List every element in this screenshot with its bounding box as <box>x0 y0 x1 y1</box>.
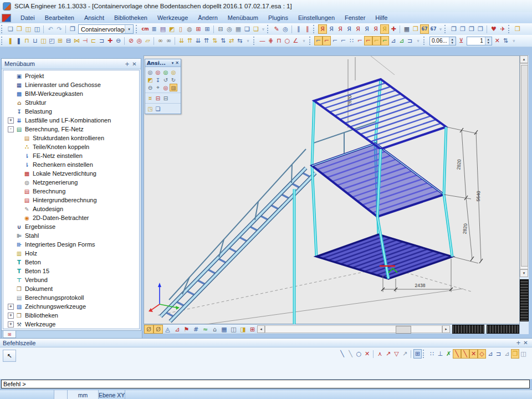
table-view-icon[interactable]: ⊞ <box>248 325 257 334</box>
scroll-up-icon[interactable]: ▴ <box>520 55 528 63</box>
zoom-document-icon[interactable]: ◎ <box>281 24 290 34</box>
menu-item[interactable]: Fenster <box>340 13 370 22</box>
grid-view-icon[interactable]: # <box>191 325 201 334</box>
menu-tree-tab[interactable]: ⊞ <box>3 331 16 338</box>
menu-item[interactable]: Bibliotheken <box>109 13 152 22</box>
toolbar-overflow-icon[interactable]: ▿ <box>300 36 308 45</box>
tree-item[interactable]: ∪Ergebnisse <box>3 222 139 231</box>
model-tool-icon[interactable]: ✚ <box>106 36 114 45</box>
snap-angle-icon[interactable]: ⊿ <box>486 349 494 359</box>
model-tool-icon[interactable]: ❚ <box>14 36 23 45</box>
snap-line-icon[interactable]: ╲ <box>453 349 461 359</box>
tree-item[interactable]: ▤Berechnungsprotokoll <box>3 293 139 302</box>
model-tool-icon[interactable]: ⊖ <box>114 36 122 45</box>
view-palette-header[interactable]: Ansi... ▾ ✕ <box>145 59 181 67</box>
menu-item[interactable]: Werkzeuge <box>152 13 193 22</box>
tree-expander[interactable]: + <box>8 313 14 319</box>
copy-move-icon[interactable]: ⇅ <box>219 36 227 45</box>
tree-item[interactable]: ⌂Struktur <box>3 98 139 107</box>
filter-icon[interactable]: ∞ <box>165 36 173 45</box>
tree-item[interactable]: ▣Projekt <box>3 71 139 80</box>
panel-view-icon[interactable]: ◫ <box>229 325 238 334</box>
rotate-scroll-control[interactable] <box>487 325 519 334</box>
tree-expander[interactable]: - <box>8 126 14 132</box>
model-tool-icon[interactable]: ⊔ <box>31 36 39 45</box>
render-mode-icon[interactable]: ◬ <box>163 325 172 334</box>
status-cell[interactable] <box>54 390 68 399</box>
select-icon[interactable]: ⊘ <box>127 36 135 45</box>
status-cell[interactable] <box>0 390 54 399</box>
scroll-down-icon[interactable]: ▾ <box>520 269 528 277</box>
snap-mode-icon[interactable]: ⌐ <box>323 36 331 45</box>
status-cell[interactable]: Ebene XY <box>99 390 125 399</box>
light-icon[interactable]: ¤ <box>146 94 154 102</box>
folder-icon[interactable]: ❒ <box>411 24 420 34</box>
tree-expander[interactable]: + <box>8 117 14 124</box>
snap-mode-icon[interactable]: ∷ <box>347 36 356 45</box>
model-tool-icon[interactable]: ◰ <box>48 36 56 45</box>
snap-mode-icon[interactable]: ⌐ <box>364 36 372 45</box>
member-recognition-icon[interactable]: Я <box>362 24 371 34</box>
chevron-down-icon[interactable]: ▾ <box>172 61 174 65</box>
model-tool-icon[interactable]: ⊣ <box>81 36 89 45</box>
tree-item[interactable]: ▩BIM-Werkzeugkasten <box>3 89 139 98</box>
tree-item[interactable]: +▨Zeichnungswerkzeuge <box>3 302 139 311</box>
tree-item[interactable]: +⚒Werkzeuge <box>3 320 139 329</box>
copy-move-icon[interactable]: ⇄ <box>227 36 236 45</box>
redline-icon[interactable]: ✎ <box>272 24 281 34</box>
tree-item[interactable]: ⇂FE-Netz einstellen <box>3 151 139 160</box>
scroll-left-icon[interactable]: ◂ <box>257 325 265 333</box>
tree-item[interactable]: ✎Autodesign <box>3 204 139 213</box>
cascade-window-icon[interactable]: ❐ <box>476 24 485 34</box>
menu-item[interactable]: Einstellungen <box>293 13 340 22</box>
print-view-icon[interactable]: ⊟ <box>162 94 170 102</box>
status-cell[interactable]: mm <box>68 390 99 399</box>
project-window-icon[interactable]: ❐ <box>68 24 77 34</box>
snap-mode-icon[interactable]: ⌐ <box>339 36 347 45</box>
snap-mode-icon[interactable]: ⌐ <box>372 36 381 45</box>
tree-item[interactable]: ▥Holz <box>3 249 139 258</box>
renumber-icon[interactable]: ⇅ <box>502 36 510 45</box>
close-icon[interactable]: ✕ <box>175 60 179 65</box>
scroll-right-icon[interactable]: ▸ <box>442 325 450 333</box>
toolbar-overflow-icon[interactable]: ▿ <box>510 36 518 45</box>
cascade-window-icon[interactable]: ❐ <box>449 24 458 34</box>
new-icon[interactable]: ❏ <box>6 24 15 34</box>
tree-item[interactable]: TBeton <box>3 258 139 267</box>
tree-item[interactable]: ▤Berechnung <box>3 187 139 196</box>
horizontal-scrollbar[interactable] <box>265 325 442 333</box>
perspective-icon[interactable]: Ø <box>144 325 154 334</box>
menu-item[interactable]: Datei <box>16 13 40 22</box>
tree-item[interactable]: ▤Strukturdaten kontrollieren <box>3 134 139 142</box>
snap-edge-icon[interactable]: ⊐ <box>494 349 503 359</box>
close-icon[interactable]: ✕ <box>131 61 138 67</box>
member-recognition-icon[interactable]: Я <box>345 24 354 34</box>
grid-icon[interactable]: ▦ <box>402 24 411 34</box>
member-recognition-icon[interactable]: Я <box>371 24 380 34</box>
image-export-icon[interactable]: ❏ <box>154 105 162 112</box>
open-icon[interactable]: ❒ <box>15 24 24 34</box>
copy-move-icon[interactable]: ⇈ <box>202 36 211 45</box>
copy-move-icon[interactable]: ⇆ <box>236 36 244 45</box>
member-recognition-icon[interactable]: Я <box>327 24 336 34</box>
cascade-window-icon[interactable]: ❐ <box>467 24 476 34</box>
snap-mode-icon[interactable]: ⊐ <box>406 36 414 45</box>
render-icon[interactable]: ◩ <box>146 76 154 84</box>
snap-grid-icon[interactable]: ∷ <box>428 349 436 359</box>
zoom-window-icon[interactable]: ⌖ <box>154 84 162 91</box>
tree-item[interactable]: ❒Dokument <box>3 284 139 293</box>
copy-move-icon[interactable]: ⇅ <box>211 36 219 45</box>
view-icon[interactable]: ♥ <box>489 24 498 34</box>
menu-item[interactable]: Bearbeiten <box>40 13 79 22</box>
paint-bucket-icon[interactable]: ▨ <box>170 84 177 91</box>
layer-67-icon[interactable]: 67 <box>420 24 429 34</box>
tree-item[interactable]: ↧Belastung <box>3 107 139 116</box>
mesh-view-icon[interactable]: ▦ <box>219 325 229 334</box>
clipboard-icon[interactable]: ▯ <box>176 24 185 34</box>
perspective-icon[interactable]: Ø <box>154 325 163 334</box>
tree-item[interactable]: ⊪Integriertes Design Forms <box>3 240 139 249</box>
triangle-tool-icon[interactable]: ▽ <box>392 349 401 359</box>
view-camera-icon[interactable]: ◎ <box>162 68 170 76</box>
walk-mode-icon[interactable]: ↧ <box>154 76 162 84</box>
tree-item[interactable]: +❒Bibliotheken <box>3 311 139 320</box>
